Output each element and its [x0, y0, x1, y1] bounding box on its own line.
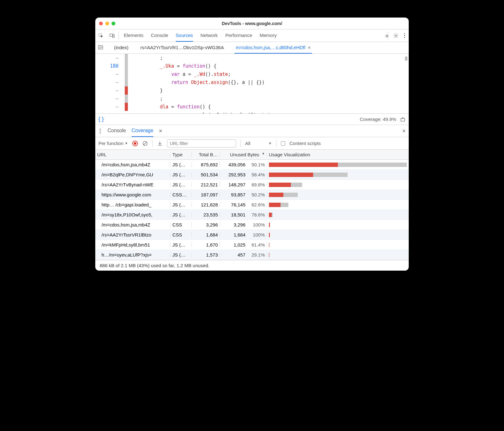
content-scripts-checkbox[interactable] — [281, 141, 285, 146]
tab-sources[interactable]: Sources — [176, 29, 193, 42]
editor-status-bar: { } Coverage: 49.9% — [95, 113, 409, 125]
scrollbar-thumb[interactable] — [405, 56, 407, 61]
granularity-label: Per function — [98, 141, 123, 146]
drawer-tabs: ConsoleCoverage × × — [95, 125, 409, 137]
settings-icon[interactable] — [390, 33, 402, 39]
show-coverage-icon[interactable] — [400, 117, 406, 122]
coverage-percent-label: Coverage: 49.9% — [360, 117, 396, 122]
type-filter-label: All — [245, 141, 250, 146]
pretty-print-icon[interactable]: { } — [98, 116, 104, 122]
table-row[interactable]: https://www.google.comCSS…187,09793,8575… — [95, 190, 409, 200]
col-header-viz[interactable]: Usage Visualization — [267, 152, 409, 157]
svg-point-3 — [395, 35, 397, 36]
col-header-type[interactable]: Type — [171, 152, 192, 157]
navigator-toggle-icon[interactable] — [98, 44, 105, 51]
svg-rect-4 — [98, 45, 103, 49]
url-filter-input[interactable] — [167, 139, 236, 148]
export-icon[interactable] — [157, 141, 163, 146]
coverage-status-bar: 886 kB of 2.1 MB (43%) used so far, 1.2 … — [95, 260, 409, 271]
table-row[interactable]: /rs=AA2YrTvBynad-nWEJS (…212,521148,2976… — [95, 180, 409, 190]
main-toolbar: ElementsConsoleSourcesNetworkPerformance… — [95, 29, 409, 42]
more-tabs-icon[interactable]: » — [385, 32, 387, 39]
traffic-lights — [99, 22, 115, 25]
zoom-window-button[interactable] — [112, 22, 115, 25]
tab-elements[interactable]: Elements — [124, 29, 144, 42]
tab-console[interactable]: Console — [151, 29, 168, 42]
col-header-url[interactable]: URL — [95, 152, 171, 157]
file-tab[interactable]: rs=AA2YrTssrVR1…Obv1DSp-vWG36A — [139, 42, 225, 54]
content-scripts-label: Content scripts — [290, 141, 321, 146]
coverage-toolbar: Per function ▼ All ▼ Content scripts — [95, 137, 409, 150]
drawer-tab-coverage[interactable]: Coverage — [132, 125, 153, 137]
table-row[interactable]: /m=sy18x,P10Owf,syo5,JS (…23,53518,50178… — [95, 210, 409, 220]
window-title: DevTools - www.google.com/ — [95, 21, 409, 26]
titlebar: DevTools - www.google.com/ — [95, 18, 409, 29]
file-tab[interactable]: m=cdos,hsm,jsa,…c,dtl0hd,eHDfl× — [234, 42, 312, 54]
table-row[interactable]: /m=cdos,hsm,jsa,mb4ZCSS3,2963,296100% — [95, 220, 409, 230]
minimize-window-button[interactable] — [105, 22, 109, 25]
table-row[interactable]: /rs=AA2YrTssrVR1lBtzoCSS1,6841,684100% — [95, 230, 409, 240]
inspect-element-icon[interactable] — [95, 33, 107, 39]
tab-performance[interactable]: Performance — [225, 29, 252, 42]
file-tabs: (index)rs=AA2YrTssrVR1…Obv1DSp-vWG36Am=c… — [95, 42, 409, 54]
tab-network[interactable]: Network — [201, 29, 218, 42]
clear-icon[interactable] — [142, 141, 148, 146]
table-row[interactable]: /m=cdos,hsm,jsa,mb4ZJS (…875,692439,0565… — [95, 160, 409, 170]
source-code-editor[interactable]: –180––––– ; _.Uka = function() { var a =… — [95, 54, 409, 113]
close-drawer-icon[interactable]: × — [402, 128, 406, 134]
file-tab[interactable]: (index) — [113, 42, 130, 54]
drawer-tab-console[interactable]: Console — [108, 125, 126, 137]
table-row[interactable]: /m=B2qlPe,DhPYme,GUJS (…501,534292,95358… — [95, 170, 409, 180]
record-button[interactable] — [132, 141, 138, 146]
status-text: 886 kB of 2.1 MB (43%) used so far, 1.2 … — [100, 263, 209, 268]
drawer-menu-icon[interactable] — [98, 127, 102, 135]
more-options-icon[interactable] — [403, 32, 406, 39]
svg-rect-1 — [110, 34, 113, 36]
table-header: URL Type Total B… Unused Bytes▼ Usage Vi… — [95, 150, 409, 160]
type-filter-select[interactable]: All ▼ — [245, 141, 272, 146]
svg-line-8 — [144, 142, 147, 145]
tab-memory[interactable]: Memory — [260, 29, 277, 42]
coverage-table: URL Type Total B… Unused Bytes▼ Usage Vi… — [95, 150, 409, 260]
table-row[interactable]: h…/m=syev,aLUfP?xjs=JS (…1,57345729.1% — [95, 250, 409, 260]
col-header-total[interactable]: Total B… — [192, 152, 220, 157]
granularity-select[interactable]: Per function ▼ — [98, 141, 128, 146]
table-row[interactable]: http… /cb=gapi.loaded_JS (…121,62876,145… — [95, 200, 409, 210]
close-tab-icon[interactable]: × — [159, 128, 162, 134]
table-row[interactable]: /m=kMFpHd,sy8l,bm51JS (…1,6701,02561.4% — [95, 240, 409, 250]
devtools-window: DevTools - www.google.com/ ElementsConso… — [95, 18, 409, 271]
svg-rect-2 — [113, 35, 114, 38]
col-header-unused[interactable]: Unused Bytes▼ — [220, 152, 267, 157]
close-window-button[interactable] — [99, 22, 103, 25]
close-file-icon[interactable]: × — [308, 45, 311, 50]
main-tabs: ElementsConsoleSourcesNetworkPerformance… — [119, 29, 385, 42]
svg-rect-6 — [401, 118, 405, 121]
device-toolbar-icon[interactable] — [107, 33, 118, 39]
